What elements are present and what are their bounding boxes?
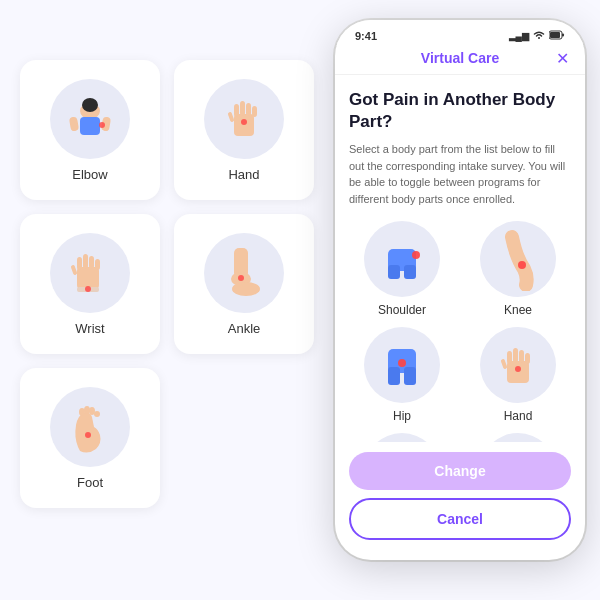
- phone-frame: 9:41 ▂▄▆ Virtual Care ✕ Got Pain in Anot…: [335, 20, 585, 560]
- svg-rect-2: [69, 116, 79, 131]
- status-bar: 9:41 ▂▄▆: [335, 20, 585, 46]
- wifi-icon: [533, 30, 545, 42]
- card-hand-label: Hand: [228, 167, 259, 182]
- phone-header: Virtual Care ✕: [335, 46, 585, 75]
- svg-rect-17: [95, 259, 100, 270]
- svg-point-4: [99, 122, 105, 128]
- svg-point-36: [412, 251, 420, 259]
- card-ankle[interactable]: Ankle: [174, 214, 314, 354]
- svg-rect-39: [388, 367, 400, 385]
- back-circle: [480, 433, 556, 442]
- svg-rect-31: [550, 32, 560, 38]
- part-knee[interactable]: Knee: [465, 221, 571, 317]
- svg-point-37: [518, 261, 526, 269]
- hand2-circle: [480, 327, 556, 403]
- phone-body: Got Pain in Another Body Part? Select a …: [335, 75, 585, 442]
- svg-rect-7: [234, 104, 239, 117]
- change-button[interactable]: Change: [349, 452, 571, 490]
- svg-point-5: [82, 98, 98, 112]
- part-knee-label: Knee: [504, 303, 532, 317]
- svg-rect-15: [83, 254, 88, 269]
- svg-rect-35: [404, 265, 416, 279]
- svg-point-24: [238, 275, 244, 281]
- signal-icon: ▂▄▆: [509, 31, 529, 41]
- svg-rect-46: [525, 353, 530, 364]
- wrist-image: [50, 233, 130, 313]
- part-hand-label: Hand: [504, 409, 533, 423]
- hip-circle: [364, 327, 440, 403]
- part-hand[interactable]: Hand: [465, 327, 571, 423]
- svg-rect-40: [404, 367, 416, 385]
- svg-rect-9: [246, 103, 251, 116]
- svg-rect-45: [519, 350, 524, 363]
- battery-icon: [549, 30, 565, 42]
- knee-circle: [480, 221, 556, 297]
- card-hand[interactable]: Hand: [174, 60, 314, 200]
- svg-rect-32: [562, 34, 564, 37]
- background-cards: Elbow Hand: [20, 60, 314, 508]
- card-wrist-label: Wrist: [75, 321, 104, 336]
- svg-point-12: [241, 119, 247, 125]
- svg-rect-34: [388, 265, 400, 279]
- header-title: Virtual Care: [421, 50, 499, 66]
- part-back[interactable]: Back: [465, 433, 571, 442]
- svg-rect-14: [77, 257, 82, 270]
- svg-rect-10: [252, 106, 257, 117]
- card-elbow-label: Elbow: [72, 167, 107, 182]
- svg-rect-18: [70, 264, 77, 275]
- svg-rect-13: [77, 267, 99, 289]
- card-foot[interactable]: Foot: [20, 368, 160, 508]
- svg-rect-11: [227, 111, 234, 122]
- svg-point-48: [515, 366, 521, 372]
- card-ankle-label: Ankle: [228, 321, 261, 336]
- svg-point-23: [232, 282, 260, 296]
- svg-rect-44: [513, 348, 518, 363]
- foot-image: [50, 387, 130, 467]
- hand-image: [204, 79, 284, 159]
- svg-rect-8: [240, 101, 245, 116]
- svg-point-20: [85, 286, 91, 292]
- time-display: 9:41: [355, 30, 377, 42]
- part-shoulder[interactable]: Shoulder: [349, 221, 455, 317]
- ankle-image: [204, 233, 284, 313]
- svg-rect-16: [89, 256, 94, 269]
- svg-rect-47: [500, 359, 507, 370]
- cancel-button[interactable]: Cancel: [349, 498, 571, 540]
- status-icons: ▂▄▆: [509, 30, 565, 42]
- shoulder-circle: [364, 221, 440, 297]
- svg-point-41: [398, 359, 406, 367]
- svg-point-28: [94, 411, 100, 417]
- svg-rect-1: [80, 117, 100, 135]
- modal-description: Select a body part from the list below t…: [349, 141, 571, 207]
- part-hip-label: Hip: [393, 409, 411, 423]
- svg-rect-43: [507, 351, 512, 364]
- part-shoulder-label: Shoulder: [378, 303, 426, 317]
- svg-point-29: [85, 432, 91, 438]
- part-wrist[interactable]: Wrist: [349, 433, 455, 442]
- modal-title: Got Pain in Another Body Part?: [349, 89, 571, 133]
- close-button[interactable]: ✕: [556, 49, 569, 68]
- part-hip[interactable]: Hip: [349, 327, 455, 423]
- card-foot-label: Foot: [77, 475, 103, 490]
- wrist2-circle: [364, 433, 440, 442]
- phone-footer: Change Cancel: [335, 442, 585, 560]
- card-wrist[interactable]: Wrist: [20, 214, 160, 354]
- elbow-image: [50, 79, 130, 159]
- card-elbow[interactable]: Elbow: [20, 60, 160, 200]
- body-parts-grid: Shoulder Knee: [349, 221, 571, 442]
